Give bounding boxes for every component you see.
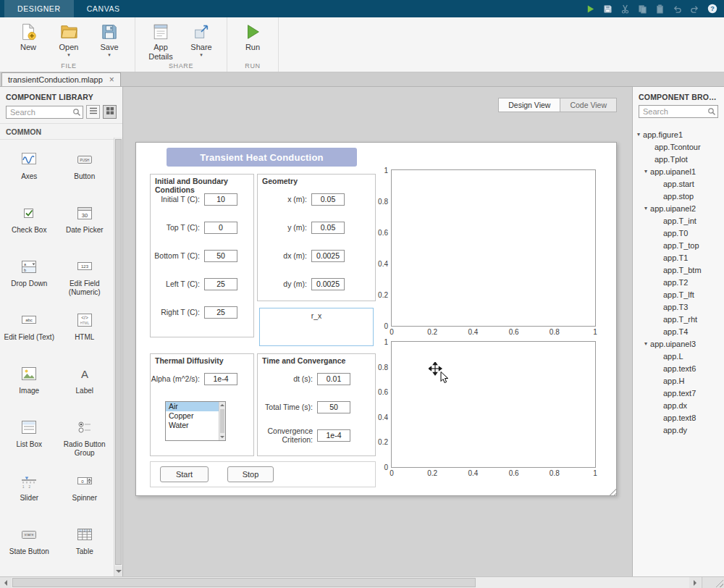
library-item-date-picker[interactable]: 30Date Picker bbox=[57, 198, 113, 251]
tree-item-app-text6[interactable]: app.text6 bbox=[633, 362, 724, 374]
scroll-right-icon[interactable] bbox=[689, 577, 701, 588]
left-t-c-input[interactable] bbox=[204, 278, 237, 290]
tree-item-app-l[interactable]: app.L bbox=[633, 350, 724, 362]
help-icon[interactable]: ? bbox=[706, 3, 718, 15]
run-button[interactable]: Run bbox=[236, 20, 269, 52]
tab-designer[interactable]: DESIGNER bbox=[4, 0, 74, 17]
library-scrollbar-thumb[interactable] bbox=[115, 139, 122, 565]
new-button[interactable]: New bbox=[12, 20, 45, 52]
x-m-input[interactable] bbox=[311, 193, 345, 206]
library-item-drop-down[interactable]: abDrop Down bbox=[1, 251, 57, 305]
library-section-common[interactable]: COMMON bbox=[0, 123, 122, 140]
window-resize-grip[interactable] bbox=[715, 579, 723, 587]
library-item-spinner[interactable]: 0Spinner bbox=[57, 466, 113, 519]
library-item-table[interactable]: 123Table bbox=[57, 519, 113, 573]
cut-icon[interactable] bbox=[619, 3, 631, 15]
library-item-button[interactable]: PUSHButton bbox=[57, 144, 113, 198]
list-view-button[interactable] bbox=[86, 105, 100, 119]
library-search-input[interactable] bbox=[6, 106, 83, 119]
library-item-label[interactable]: ALabel bbox=[57, 358, 113, 412]
library-item-edit-field-text[interactable]: abcEdit Field (Text) bbox=[1, 305, 57, 358]
horizontal-scrollbar[interactable] bbox=[0, 576, 724, 588]
tree-item-app-t-btm[interactable]: app.T_btm bbox=[633, 264, 724, 276]
initial-t-c-input[interactable] bbox=[204, 193, 237, 206]
app-title-label[interactable]: Transient Heat Conduction bbox=[167, 148, 357, 167]
tree-item-app-t2[interactable]: app.T2 bbox=[633, 276, 724, 288]
panel-time-convergence[interactable]: Time and Convergance dt (s):Total Time (… bbox=[257, 353, 376, 456]
scroll-left-icon[interactable] bbox=[0, 577, 12, 588]
tree-item-app-tcontour[interactable]: app.Tcontour bbox=[633, 140, 724, 153]
bottom-t-c-input[interactable] bbox=[204, 250, 237, 262]
tree-expander-icon[interactable]: ▾ bbox=[644, 205, 647, 211]
tree-item-app-uipanel3[interactable]: ▾app.uipanel3 bbox=[633, 337, 724, 350]
tree-item-app-t-top[interactable]: app.T_top bbox=[633, 239, 724, 251]
library-item-list-box[interactable]: List Box bbox=[1, 412, 57, 466]
tree-expander-icon[interactable]: ▾ bbox=[644, 168, 647, 175]
run-icon[interactable] bbox=[584, 3, 597, 15]
scroll-up-icon[interactable] bbox=[219, 402, 225, 408]
panel-run-controls[interactable]: Start Stop bbox=[150, 461, 376, 487]
tree-item-app-t1[interactable]: app.T1 bbox=[633, 251, 724, 264]
dx-m-input[interactable] bbox=[311, 250, 345, 262]
tree-item-app-t-lft[interactable]: app.T_lft bbox=[633, 288, 724, 301]
right-t-c-input[interactable] bbox=[204, 306, 237, 319]
axes-top[interactable]: 10.80.60.40.2000.20.40.60.81 bbox=[391, 169, 596, 327]
tree-item-app-dy[interactable]: app.dy bbox=[633, 424, 724, 436]
library-item-check-box[interactable]: Check Box bbox=[1, 198, 57, 251]
panel-geometry[interactable]: Geometry x (m):y (m):dx (m):dy (m): bbox=[257, 174, 376, 301]
dt-s-input[interactable] bbox=[317, 373, 350, 385]
grid-view-button[interactable] bbox=[103, 105, 117, 119]
library-item-image[interactable]: Image bbox=[1, 358, 57, 412]
y-m-input[interactable] bbox=[311, 222, 345, 234]
browser-search-input[interactable] bbox=[639, 105, 718, 118]
tree-item-app-t4[interactable]: app.T4 bbox=[633, 325, 724, 337]
top-t-c-input[interactable] bbox=[204, 222, 237, 234]
listbox-scrollbar[interactable] bbox=[219, 402, 225, 440]
convergence-criterion-input[interactable] bbox=[317, 429, 350, 442]
share-button[interactable]: Share▾ bbox=[185, 20, 218, 57]
listbox-item-water[interactable]: Water bbox=[166, 421, 220, 430]
library-item-edit-field-numeric[interactable]: 123Edit Field (Numeric) bbox=[57, 251, 113, 305]
open-button[interactable]: Open▾ bbox=[52, 20, 85, 57]
app-canvas[interactable]: Transient Heat Conduction Initial and Bo… bbox=[135, 142, 617, 496]
tree-item-app-text8[interactable]: app.text8 bbox=[633, 411, 724, 424]
paste-icon[interactable] bbox=[654, 3, 666, 15]
tab-canvas[interactable]: CANVAS bbox=[74, 0, 133, 17]
copy-icon[interactable] bbox=[636, 3, 649, 15]
scroll-down-icon[interactable] bbox=[114, 566, 122, 576]
tree-item-app-t-rht[interactable]: app.T_rht bbox=[633, 313, 724, 325]
tree-item-app-figure1[interactable]: ▾app.figure1 bbox=[633, 128, 724, 140]
tree-item-app-t3[interactable]: app.T3 bbox=[633, 301, 724, 313]
material-listbox[interactable]: AirCopperWater bbox=[165, 401, 226, 441]
app-details-button[interactable]: App Details bbox=[144, 20, 177, 61]
document-tab[interactable]: transientConduction.mlapp × bbox=[1, 72, 121, 86]
library-item-state-button[interactable]: STATEState Button bbox=[1, 519, 57, 573]
undo-icon[interactable] bbox=[671, 3, 683, 15]
tree-item-app-tplot[interactable]: app.Tplot bbox=[633, 153, 724, 165]
tree-item-app-start[interactable]: app.start bbox=[633, 177, 724, 190]
total-time-s-input[interactable] bbox=[317, 401, 350, 413]
library-item-radio-button-group[interactable]: Radio Button Group bbox=[57, 412, 113, 466]
tree-item-app-text7[interactable]: app.text7 bbox=[633, 387, 724, 399]
tree-item-app-uipanel1[interactable]: ▾app.uipanel1 bbox=[633, 165, 724, 177]
tree-item-app-h[interactable]: app.H bbox=[633, 374, 724, 387]
canvas-resize-handle[interactable] bbox=[607, 486, 616, 495]
library-item-slider[interactable]: 12Slider bbox=[1, 466, 57, 519]
save-icon[interactable] bbox=[602, 3, 614, 15]
scroll-down-icon[interactable] bbox=[219, 434, 225, 440]
close-tab-icon[interactable]: × bbox=[109, 76, 114, 83]
listbox-item-air[interactable]: Air bbox=[166, 402, 220, 411]
axes-bottom[interactable]: 10.80.60.40.2000.20.40.60.81 bbox=[391, 341, 596, 468]
tree-expander-icon[interactable]: ▾ bbox=[637, 131, 640, 138]
panel-initial-boundary-conditions[interactable]: Initial and Boundary Conditions Initial … bbox=[150, 174, 254, 337]
redo-icon[interactable] bbox=[689, 3, 701, 15]
start-button[interactable]: Start bbox=[160, 466, 209, 482]
library-item-html[interactable]: </>HTMLHTML bbox=[57, 305, 113, 358]
tree-expander-icon[interactable]: ▾ bbox=[644, 340, 647, 347]
listbox-scrollbar-thumb[interactable] bbox=[220, 409, 224, 433]
dy-m-input[interactable] bbox=[311, 278, 345, 290]
library-scrollbar[interactable] bbox=[114, 138, 122, 576]
save-button[interactable]: Save▾ bbox=[93, 20, 126, 57]
alpha-m-2-s-input[interactable] bbox=[204, 373, 237, 385]
library-item-axes[interactable]: Axes bbox=[1, 144, 57, 198]
